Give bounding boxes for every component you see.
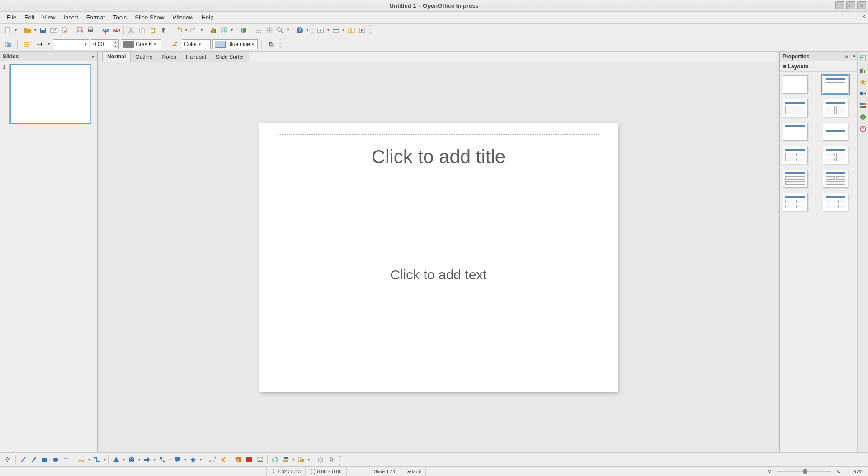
symbol-shapes-tool[interactable] xyxy=(127,455,137,465)
stars-dropdown[interactable]: ▾ xyxy=(198,455,203,465)
layout-title-over[interactable] xyxy=(783,170,808,188)
alignment-dropdown[interactable]: ▾ xyxy=(291,455,296,465)
curve-tool[interactable] xyxy=(76,455,86,465)
table-button[interactable] xyxy=(219,25,229,35)
line-width-up[interactable]: ▲ xyxy=(113,40,118,44)
menu-view[interactable]: View xyxy=(38,13,59,22)
save-button[interactable] xyxy=(38,25,48,35)
arrow-style-dropdown[interactable]: ▾ xyxy=(47,39,51,49)
dock-transition-icon[interactable] xyxy=(859,90,867,98)
splitter-right[interactable] xyxy=(777,52,779,452)
layouts-collapse-icon[interactable]: ⊟ xyxy=(783,64,786,69)
line-tool[interactable] xyxy=(18,455,28,465)
stars-tool[interactable] xyxy=(188,455,198,465)
help-button[interactable]: ? xyxy=(295,25,305,35)
dock-master-icon[interactable] xyxy=(859,66,867,74)
table-dropdown[interactable]: ▾ xyxy=(230,25,234,35)
tab-slidesorter[interactable]: Slide Sorter xyxy=(211,52,249,62)
slide-canvas-viewport[interactable]: Click to add title Click to add text xyxy=(100,62,777,452)
menu-edit[interactable]: Edit xyxy=(20,13,38,22)
layout-title-twobox[interactable] xyxy=(823,99,848,117)
edit-file-button[interactable] xyxy=(60,25,70,35)
zoom-value-cell[interactable]: 97% xyxy=(845,467,868,476)
tab-normal[interactable]: Normal xyxy=(102,51,131,62)
navigator-button[interactable] xyxy=(264,25,274,35)
symbol-shapes-dropdown[interactable]: ▾ xyxy=(137,455,142,465)
maximize-button[interactable]: □ xyxy=(846,1,855,9)
menu-window[interactable]: Window xyxy=(168,13,197,22)
fill-type-combo[interactable]: Color▾ xyxy=(182,39,211,49)
alignment-tool[interactable] xyxy=(281,455,291,465)
rotate-tool[interactable] xyxy=(270,455,280,465)
select-tool[interactable] xyxy=(3,455,13,465)
tab-outline[interactable]: Outline xyxy=(130,52,157,62)
layout-title-2h[interactable] xyxy=(823,146,848,164)
area-style-button[interactable] xyxy=(170,39,179,49)
open-button[interactable] xyxy=(23,25,33,35)
status-master-cell[interactable]: Default xyxy=(401,467,426,476)
fmt-overflow[interactable] xyxy=(279,39,282,49)
toolbar-overflow[interactable] xyxy=(369,25,372,35)
ellipse-tool[interactable] xyxy=(51,455,61,465)
layouts-section-header[interactable]: ⊟ Layouts xyxy=(780,61,857,72)
slide-thumbnail-1[interactable] xyxy=(10,64,90,124)
dock-animation-icon[interactable] xyxy=(859,78,867,86)
redo-dropdown[interactable]: ▾ xyxy=(199,25,204,35)
gluepoints-tool[interactable] xyxy=(218,455,228,465)
slide-design-button[interactable] xyxy=(331,25,341,35)
dock-properties-icon[interactable] xyxy=(859,54,867,62)
extrusion-tool[interactable] xyxy=(316,455,326,465)
layout-6box[interactable] xyxy=(823,193,848,211)
zoom-button[interactable] xyxy=(275,25,285,35)
zoom-slider[interactable] xyxy=(777,471,831,472)
connector-dropdown[interactable]: ▾ xyxy=(102,455,107,465)
print-button[interactable] xyxy=(85,25,95,35)
content-placeholder[interactable]: Click to add text xyxy=(278,187,599,363)
curve-dropdown[interactable]: ▾ xyxy=(87,455,91,465)
splitter-left[interactable] xyxy=(98,52,100,452)
slide-layout-button[interactable] xyxy=(346,25,356,35)
dock-gallery-icon[interactable] xyxy=(859,113,867,121)
slide-canvas[interactable]: Click to add title Click to add text xyxy=(259,123,618,392)
menu-slideshow[interactable]: Slide Show xyxy=(131,13,168,22)
arrange-tool[interactable] xyxy=(296,455,306,465)
close-button[interactable]: × xyxy=(857,1,866,9)
status-slide-cell[interactable]: Slide 1 / 1 xyxy=(369,467,401,476)
spellcheck-button[interactable]: ABC xyxy=(100,25,110,35)
autospellcheck-button[interactable]: ABC xyxy=(111,25,121,35)
email-button[interactable] xyxy=(49,25,59,35)
basic-shapes-dropdown[interactable]: ▾ xyxy=(122,455,126,465)
tab-handout[interactable]: Handout xyxy=(181,52,211,62)
slides-panel-close-icon[interactable]: × xyxy=(92,54,94,59)
block-arrows-dropdown[interactable]: ▾ xyxy=(152,455,157,465)
insert-slide-dropdown[interactable]: ▾ xyxy=(326,25,330,35)
cut-button[interactable] xyxy=(126,25,136,35)
toolbar-grip[interactable] xyxy=(311,25,314,35)
help-dropdown[interactable]: ▾ xyxy=(305,25,310,35)
insert-slide-button[interactable]: + xyxy=(316,25,326,35)
new-button[interactable] xyxy=(3,25,13,35)
basic-shapes-tool[interactable] xyxy=(111,455,121,465)
undo-button[interactable] xyxy=(174,25,184,35)
callouts-dropdown[interactable]: ▾ xyxy=(183,455,188,465)
menu-insert[interactable]: Insert xyxy=(59,13,82,22)
from-file-tool[interactable] xyxy=(244,455,254,465)
zoom-out-icon[interactable]: ⊖ xyxy=(768,468,772,474)
zoom-dropdown[interactable]: ▾ xyxy=(286,25,290,35)
hyperlink-button[interactable] xyxy=(239,25,249,35)
line-color-combo[interactable]: Gray 6 ▾ xyxy=(121,39,161,49)
grid-button[interactable] xyxy=(254,25,264,35)
slide-design-dropdown[interactable]: ▾ xyxy=(341,25,346,35)
document-close-button[interactable]: × xyxy=(862,14,865,20)
gallery-tool[interactable] xyxy=(255,455,265,465)
layout-title-only[interactable] xyxy=(783,123,808,141)
arrow-style-button[interactable] xyxy=(34,39,44,49)
dock-styles-icon[interactable] xyxy=(859,101,867,109)
layout-centered[interactable] xyxy=(823,123,848,141)
format-paintbrush-button[interactable] xyxy=(159,25,169,35)
callouts-tool[interactable] xyxy=(173,455,183,465)
open-dropdown[interactable]: ▾ xyxy=(33,25,38,35)
new-dropdown[interactable]: ▾ xyxy=(14,25,18,35)
interaction-tool[interactable] xyxy=(326,455,336,465)
line-width-down[interactable]: ▼ xyxy=(113,44,118,48)
